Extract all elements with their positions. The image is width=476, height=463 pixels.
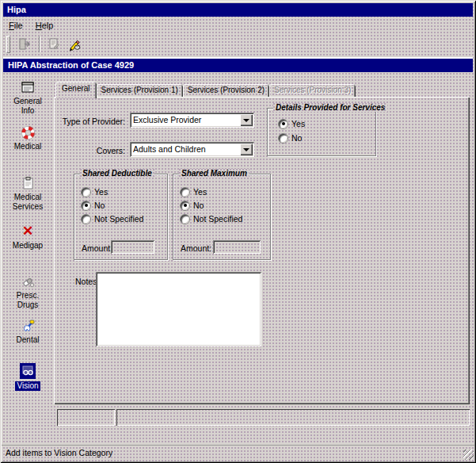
sidebar-item-vision[interactable]: Vision xyxy=(5,363,51,391)
resize-grip[interactable] xyxy=(463,450,474,460)
status-bar: Add items to Vision Category xyxy=(2,445,474,461)
prescription-icon xyxy=(20,274,36,289)
tab-strip: General Services (Provision 1) Services … xyxy=(55,81,356,97)
menu-help[interactable]: Help xyxy=(36,21,54,30)
tab-general[interactable]: General xyxy=(55,82,97,98)
radio-label: No xyxy=(291,133,302,143)
dropdown-button[interactable] xyxy=(240,114,253,126)
window-title: Hipa xyxy=(7,5,26,14)
edit-record-icon xyxy=(48,37,61,51)
details-yes-option[interactable]: Yes xyxy=(279,119,305,128)
life-ring-icon xyxy=(20,125,36,140)
sidebar-label: Medical xyxy=(13,142,43,151)
radio-icon[interactable] xyxy=(181,215,189,224)
sidebar-label: Medical xyxy=(13,193,43,202)
radio-label: No xyxy=(193,201,204,210)
radio-label: Not Specified xyxy=(193,214,242,224)
application-window: Hipa File Help xyxy=(0,0,476,463)
radio-icon[interactable] xyxy=(181,188,189,197)
covers-select[interactable]: Adults and Children xyxy=(130,142,254,157)
edit-record-button[interactable] xyxy=(45,36,63,53)
type-of-provider-label: Type of Provider: xyxy=(54,117,125,126)
shared-maximum-amount-label: Amount: xyxy=(181,243,211,253)
radio-label: Yes xyxy=(193,187,207,197)
tab-services-provision-1[interactable]: Services (Provision 1) xyxy=(97,84,183,97)
sidebar-item-dental[interactable]: Dental xyxy=(5,319,51,345)
shared-maximum-not-specified-option[interactable]: Not Specified xyxy=(181,214,242,224)
shared-maximum-no-option[interactable]: No xyxy=(181,201,204,210)
shared-maximum-group: Shared Maximum Yes No Not Specified Amou… xyxy=(173,174,271,260)
radio-label: Yes xyxy=(94,187,108,197)
sidebar-item-general-info[interactable]: General Info xyxy=(5,80,51,116)
shared-deductible-amount-label: Amount: xyxy=(82,243,112,253)
toolbar-separator xyxy=(39,36,40,52)
category-sidebar: General Info Medical xyxy=(5,76,51,406)
details-provided-title: Details Provided for Services xyxy=(273,103,387,112)
shared-deductible-amount-field[interactable] xyxy=(111,240,154,254)
toolbar xyxy=(3,33,473,55)
shared-deductible-yes-option[interactable]: Yes xyxy=(82,187,108,197)
sidebar-item-medical-services[interactable]: Medical Services xyxy=(5,176,51,212)
shared-deductible-no-option[interactable]: No xyxy=(82,201,105,210)
shared-maximum-amount-field[interactable] xyxy=(213,240,261,254)
menu-file[interactable]: File xyxy=(9,21,23,30)
details-no-option[interactable]: No xyxy=(279,133,302,143)
sidebar-label: Services xyxy=(11,202,44,212)
radio-icon[interactable] xyxy=(82,215,90,224)
sidebar-item-presc-drugs[interactable]: Presc. Drugs xyxy=(5,274,51,310)
shared-maximum-title: Shared Maximum xyxy=(179,169,249,178)
sidebar-item-medigap[interactable]: ✕ Medigap xyxy=(5,224,51,251)
radio-label: No xyxy=(94,201,105,210)
radio-icon[interactable] xyxy=(82,201,90,210)
sidebar-label: Drugs xyxy=(16,300,40,310)
notes-textarea[interactable] xyxy=(96,272,261,346)
sidebar-label: Vision xyxy=(15,381,40,391)
type-of-provider-value: Exclusive Provider xyxy=(133,115,201,124)
radio-icon[interactable] xyxy=(181,201,189,210)
case-header-bar: HIPA Abstraction of Case 4929 xyxy=(3,59,473,72)
hand-pencil-icon xyxy=(67,37,82,52)
case-header-title: HIPA Abstraction of Case 4929 xyxy=(8,60,134,70)
status-text: Add items to Vision Category xyxy=(6,448,112,457)
radio-icon[interactable] xyxy=(82,188,90,197)
exit-button[interactable] xyxy=(16,36,33,53)
sidebar-label: Dental xyxy=(15,335,41,345)
shared-maximum-yes-option[interactable]: Yes xyxy=(181,187,207,197)
radio-label: Not Specified xyxy=(94,214,143,224)
annotate-button[interactable] xyxy=(66,36,83,53)
covers-label: Covers: xyxy=(54,146,125,155)
clipboard-icon xyxy=(20,176,36,190)
sidebar-item-medical[interactable]: Medical xyxy=(5,125,51,151)
shared-deductible-not-specified-option[interactable]: Not Specified xyxy=(82,214,143,224)
chevron-down-icon xyxy=(243,148,249,151)
tab-services-provision-2[interactable]: Services (Provision 2) xyxy=(183,84,269,97)
tab-services-provision-3: Services (Provision 3) xyxy=(269,84,356,97)
sidebar-label: Info xyxy=(20,106,36,116)
vision-icon xyxy=(20,363,36,379)
sidebar-label: Presc. xyxy=(15,291,40,300)
window-title-bar[interactable]: Hipa xyxy=(3,3,473,17)
shared-deductible-title: Shared Deductible xyxy=(80,169,154,178)
toolbar-drag-handle[interactable] xyxy=(6,36,10,53)
chevron-down-icon xyxy=(243,119,249,122)
form-icon xyxy=(20,80,36,94)
sidebar-label: General xyxy=(12,97,44,106)
red-x-icon: ✕ xyxy=(20,224,36,239)
sidebar-label: Medigap xyxy=(11,241,44,251)
shared-deductible-group: Shared Deductible Yes No Not Specified A… xyxy=(74,174,168,260)
details-provided-group: Details Provided for Services Yes No xyxy=(267,108,376,156)
type-of-provider-select[interactable]: Exclusive Provider xyxy=(130,113,254,128)
dental-icon xyxy=(20,319,36,333)
radio-icon[interactable] xyxy=(279,120,288,128)
status-panel-right xyxy=(116,409,470,426)
radio-label: Yes xyxy=(291,119,305,128)
menu-bar: File Help xyxy=(3,18,473,32)
dropdown-button[interactable] xyxy=(240,143,253,155)
status-panel-left xyxy=(57,409,115,426)
general-tab-panel: Type of Provider: Exclusive Provider Det… xyxy=(54,97,470,404)
exit-icon xyxy=(18,37,32,51)
radio-icon[interactable] xyxy=(279,134,288,143)
covers-value: Adults and Children xyxy=(133,144,206,154)
